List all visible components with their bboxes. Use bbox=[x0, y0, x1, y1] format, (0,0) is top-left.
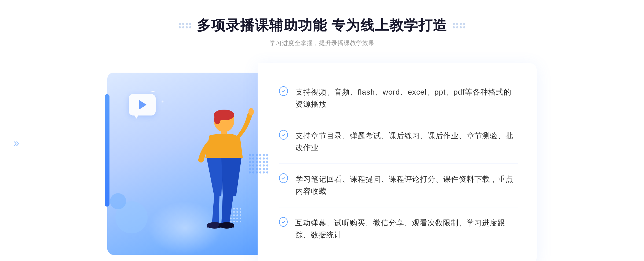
play-bubble bbox=[129, 94, 158, 121]
check-icon-3 bbox=[279, 173, 288, 183]
feature-item-3: 学习笔记回看、课程提问、课程评论打分、课件资料下载，重点内容收藏 bbox=[279, 164, 518, 207]
feature-item-2: 支持章节目录、弹题考试、课后练习、课后作业、章节测验、批改作业 bbox=[279, 120, 518, 164]
play-triangle-icon bbox=[139, 100, 147, 110]
svg-point-6 bbox=[248, 108, 254, 115]
feature-item-4: 互动弹幕、试听购买、微信分享、观看次数限制、学习进度跟踪、数据统计 bbox=[279, 207, 518, 251]
svg-point-2 bbox=[214, 115, 221, 124]
person-illustration bbox=[174, 94, 255, 255]
title-dots-left bbox=[179, 23, 191, 28]
deco-circle-small bbox=[110, 193, 126, 209]
feature-text-2: 支持章节目录、弹题考试、课后练习、课后作业、章节测验、批改作业 bbox=[295, 130, 518, 154]
feature-text-3: 学习笔记回看、课程提问、课程评论打分、课件资料下载，重点内容收藏 bbox=[295, 173, 518, 197]
sparkle-1 bbox=[150, 89, 156, 95]
header-section: 多项录播课辅助功能 专为线上教学打造 学习进度全掌握，提升录播课教学效果 bbox=[0, 16, 644, 47]
check-icon-4 bbox=[279, 217, 288, 227]
main-title: 多项录播课辅助功能 专为线上教学打造 bbox=[197, 16, 447, 35]
feature-item-1: 支持视频、音频、flash、word、excel、ppt、pdf等各种格式的资源… bbox=[279, 77, 518, 120]
play-bubble-body bbox=[129, 94, 156, 115]
page-deco-left: » bbox=[13, 137, 19, 149]
title-row: 多项录播课辅助功能 专为线上教学打造 bbox=[179, 16, 465, 35]
content-panel: 支持视频、音频、flash、word、excel、ppt、pdf等各种格式的资源… bbox=[258, 63, 537, 261]
feature-text-1: 支持视频、音频、flash、word、excel、ppt、pdf等各种格式的资源… bbox=[295, 86, 518, 110]
page-container: 多项录播课辅助功能 专为线上教学打造 学习进度全掌握，提升录播课教学效果 » bbox=[0, 0, 644, 261]
content-section: 支持视频、音频、flash、word、excel、ppt、pdf等各种格式的资源… bbox=[107, 63, 537, 261]
feature-text-4: 互动弹幕、试听购买、微信分享、观看次数限制、学习进度跟踪、数据统计 bbox=[295, 217, 518, 241]
check-icon-1 bbox=[279, 86, 288, 96]
subtitle: 学习进度全掌握，提升录播课教学效果 bbox=[270, 39, 375, 47]
illus-bar bbox=[105, 94, 109, 207]
check-icon-2 bbox=[279, 130, 288, 140]
sparkle-2 bbox=[161, 99, 164, 104]
chevron-left-icon: » bbox=[13, 137, 19, 148]
illustration-card bbox=[107, 73, 263, 255]
title-dots-right bbox=[453, 23, 465, 28]
